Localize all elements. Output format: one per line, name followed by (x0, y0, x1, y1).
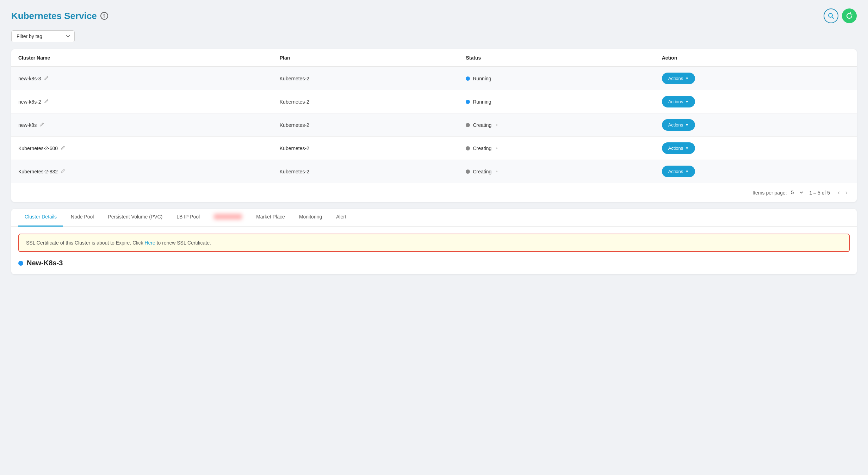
status-dot (466, 76, 470, 81)
next-page-button[interactable]: › (843, 188, 850, 197)
blurred-tab (214, 214, 242, 220)
page-title: Kubernetes Service (11, 11, 97, 21)
action-cell: Actions ▼ (655, 113, 857, 137)
status-text: Running (473, 99, 491, 105)
page-nav: ‹ › (836, 188, 850, 197)
items-per-page: Items per page: 5 10 25 (752, 189, 804, 196)
cluster-name-text: Kubernetes-2-832 (18, 169, 58, 174)
table-row: new-k8s-3 Kubernetes-2 Running Actions ▼ (11, 67, 857, 90)
per-page-select[interactable]: 5 10 25 (790, 189, 804, 196)
edit-icon[interactable] (39, 122, 44, 128)
status-cell: Creating • (459, 160, 655, 183)
cluster-name-text: new-k8s-2 (18, 99, 41, 105)
actions-label: Actions (668, 76, 683, 81)
action-cell: Actions ▼ (655, 160, 857, 183)
status-text: Creating (473, 122, 491, 128)
cluster-name-text: Kubernetes-2-600 (18, 146, 58, 151)
dropdown-arrow-icon: ▼ (685, 169, 689, 173)
cluster-detail-title: New-K8s-3 (18, 259, 850, 267)
plan-cell: Kubernetes-2 (273, 67, 459, 90)
status-text: Creating (473, 169, 491, 174)
tab-item-2[interactable]: Persistent Volume (PVC) (101, 209, 169, 227)
tab-item-7[interactable]: Alert (330, 209, 353, 227)
edit-icon[interactable] (44, 99, 49, 105)
plan-cell: Kubernetes-2 (273, 160, 459, 183)
actions-label: Actions (668, 122, 683, 128)
dropdown-arrow-icon: ▼ (685, 100, 689, 104)
col-action: Action (655, 49, 857, 67)
header-row: Kubernetes Service ? (11, 8, 857, 23)
ssl-warning-link[interactable]: Here (144, 240, 155, 246)
col-plan: Plan (273, 49, 459, 67)
ssl-warning-text-before: SSL Certificate of this Cluster is about… (26, 240, 144, 246)
filter-by-tag-select[interactable]: Filter by tag (11, 30, 75, 42)
filter-row: Filter by tag (11, 30, 857, 42)
ssl-warning-banner: SSL Certificate of this Cluster is about… (18, 234, 850, 252)
tab-item-5[interactable]: Market Place (250, 209, 291, 227)
refresh-button[interactable] (842, 8, 857, 23)
cluster-name-cell: new-k8s-2 (11, 90, 273, 113)
plan-cell: Kubernetes-2 (273, 90, 459, 113)
status-text: Creating (473, 146, 491, 151)
header-actions (824, 8, 857, 23)
dropdown-arrow-icon: ▼ (685, 76, 689, 80)
col-status: Status (459, 49, 655, 67)
items-per-page-label: Items per page: (752, 190, 787, 196)
table-row: new-k8s Kubernetes-2 Creating • Actions … (11, 113, 857, 137)
cluster-detail-status-dot (18, 261, 23, 266)
tab-item-1[interactable]: Node Pool (64, 209, 100, 227)
tabs-section: Cluster DetailsNode PoolPersistent Volum… (11, 209, 857, 274)
cluster-name-text: new-k8s (18, 122, 37, 128)
status-text: Running (473, 76, 491, 81)
cluster-detail-name: New-K8s-3 (27, 259, 63, 267)
col-cluster-name: Cluster Name (11, 49, 273, 67)
header-left: Kubernetes Service ? (11, 11, 108, 21)
status-cell: Running (459, 67, 655, 90)
tab-item-6[interactable]: Monitoring (293, 209, 328, 227)
svg-line-1 (832, 17, 834, 19)
prev-page-button[interactable]: ‹ (836, 188, 842, 197)
table-row: new-k8s-2 Kubernetes-2 Running Actions ▼ (11, 90, 857, 113)
plan-cell: Kubernetes-2 (273, 137, 459, 160)
cluster-name-cell: Kubernetes-2-600 (11, 137, 273, 160)
cluster-name-cell: new-k8s-3 (11, 67, 273, 90)
ssl-warning-text-after: to renew SSL Certificate. (155, 240, 211, 246)
edit-icon[interactable] (61, 145, 66, 151)
clusters-table: Cluster Name Plan Status Action new-k8s-… (11, 49, 857, 183)
tabs-content: SSL Certificate of this Cluster is about… (11, 227, 857, 274)
cluster-name-cell: new-k8s (11, 113, 273, 137)
action-cell: Actions ▼ (655, 67, 857, 90)
pagination-row: Items per page: 5 10 25 1 – 5 of 5 ‹ › (11, 183, 857, 202)
table-card: Cluster Name Plan Status Action new-k8s-… (11, 49, 857, 202)
actions-button[interactable]: Actions ▼ (662, 166, 695, 177)
help-icon[interactable]: ? (100, 12, 108, 20)
table-row: Kubernetes-2-832 Kubernetes-2 Creating •… (11, 160, 857, 183)
status-dot (466, 100, 470, 104)
tab-item-3[interactable]: LB IP Pool (170, 209, 206, 227)
status-cell: Creating • (459, 137, 655, 160)
status-dot (466, 146, 470, 150)
actions-label: Actions (668, 99, 683, 104)
status-cell: Creating • (459, 113, 655, 137)
actions-button[interactable]: Actions ▼ (662, 73, 695, 84)
page-info: 1 – 5 of 5 (810, 190, 830, 196)
dropdown-arrow-icon: ▼ (685, 146, 689, 150)
table-header-row: Cluster Name Plan Status Action (11, 49, 857, 67)
actions-button[interactable]: Actions ▼ (662, 119, 695, 131)
cluster-name-cell: Kubernetes-2-832 (11, 160, 273, 183)
action-cell: Actions ▼ (655, 90, 857, 113)
actions-label: Actions (668, 169, 683, 174)
plan-cell: Kubernetes-2 (273, 113, 459, 137)
actions-label: Actions (668, 146, 683, 151)
actions-button[interactable]: Actions ▼ (662, 142, 695, 154)
table-row: Kubernetes-2-600 Kubernetes-2 Creating •… (11, 137, 857, 160)
edit-icon[interactable] (61, 168, 66, 174)
main-container: Kubernetes Service ? Filter by tag (0, 0, 868, 475)
actions-button[interactable]: Actions ▼ (662, 96, 695, 107)
search-button[interactable] (824, 8, 838, 23)
tab-item-4[interactable] (207, 209, 248, 227)
tab-item-0[interactable]: Cluster Details (18, 209, 63, 227)
status-cell: Running (459, 90, 655, 113)
edit-icon[interactable] (44, 75, 49, 81)
dropdown-arrow-icon: ▼ (685, 123, 689, 127)
